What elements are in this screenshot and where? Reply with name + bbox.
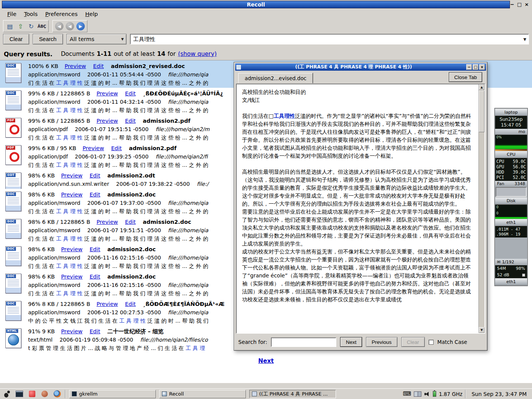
terminal-icon <box>16 391 23 397</box>
search-term-highlight: 工 具 理 性 <box>56 263 82 269</box>
workspace-pager-icon[interactable] <box>414 391 421 397</box>
result-date: 2006-01-11 05:54:44 -0500 <box>87 71 161 78</box>
search-button[interactable]: Search <box>33 34 63 44</box>
preview-link[interactable]: Preview <box>65 63 86 69</box>
next-page-icon[interactable]: ▶ <box>76 22 85 30</box>
close-tab-button[interactable]: Close Tab <box>449 72 482 82</box>
minimize-icon[interactable]: − <box>509 2 515 8</box>
prev-page-icon[interactable]: ◀ <box>66 22 74 30</box>
edit-link[interactable]: Edit <box>125 301 136 307</box>
scrollbar-thumb[interactable] <box>479 90 484 132</box>
query-details-icon[interactable]: ▤ <box>5 21 15 31</box>
text-segment: 泛 滥 的 时 ... 帮 助 我 们 理 清 这 些 纷 ... 之 外 的 <box>82 208 208 214</box>
history-icon[interactable]: ↻ <box>26 21 36 31</box>
preview-link[interactable]: Preview <box>61 246 82 252</box>
task-gkrellm[interactable]: gkrellm <box>69 390 156 398</box>
edit-link[interactable]: Edit <box>90 246 100 252</box>
edit-link[interactable]: Edit <box>90 192 100 198</box>
preview-link[interactable]: Preview <box>82 145 104 151</box>
gk-slider[interactable] <box>496 187 527 197</box>
search-term-highlight: 工 具 理 性 <box>56 236 82 242</box>
firefox-launcher[interactable] <box>52 390 62 399</box>
edit-link[interactable]: Edit <box>111 145 122 151</box>
maximize-icon[interactable]: □ <box>516 2 522 8</box>
text-segment: 我们生活在□ <box>242 113 274 119</box>
search-term-highlight: 工 具 理 性 <box>56 135 82 141</box>
close-icon[interactable]: × <box>524 2 530 8</box>
result-relevance-size: 99% 6 KB / 1228865 B <box>28 118 90 124</box>
menu-tools[interactable]: Tools <box>21 10 41 18</box>
preview-minimize-icon[interactable]: − <box>466 64 472 70</box>
edit-link[interactable]: Edit <box>125 219 136 225</box>
edit-link[interactable]: Edit <box>125 118 136 124</box>
preview-link[interactable]: Preview <box>61 328 82 334</box>
preview-link[interactable]: Preview <box>61 274 82 280</box>
gk-clock: Sun23Sep 15:47 05 <box>495 116 527 129</box>
preview-scrollbar[interactable]: ▲ ▼ <box>478 84 484 333</box>
gk-spacer <box>495 238 527 259</box>
preview-link[interactable]: Preview <box>61 192 82 198</box>
preview-link[interactable]: Preview <box>61 173 82 179</box>
preview-previous-button[interactable]: Previous <box>366 337 397 347</box>
search-query-input[interactable] <box>130 34 529 44</box>
gk-mute-button[interactable] <box>522 274 525 277</box>
first-page-icon[interactable]: ◀ <box>55 22 63 30</box>
menu-preferences[interactable]: Preferences <box>42 10 81 18</box>
search-history-dropdown-icon[interactable]: ▼ <box>523 37 526 41</box>
preview-next-button[interactable]: Next <box>340 337 362 347</box>
edit-link[interactable]: Edit <box>90 328 100 334</box>
preview-link[interactable]: Preview <box>97 301 118 307</box>
term-explorer-icon[interactable]: ÂBÇ <box>37 21 47 31</box>
window-title: Recoll <box>247 2 265 8</box>
gk-mem-percent: 98% <box>516 266 525 271</box>
preview-tab[interactable]: admission2...evised.doc <box>238 73 313 83</box>
edit-link[interactable]: Edit <box>90 274 100 280</box>
preview-maximize-icon[interactable]: □ <box>473 64 478 70</box>
clear-button[interactable]: Clear <box>3 34 29 44</box>
show-query-link[interactable]: (show query) <box>178 51 217 57</box>
task-recoll[interactable]: Recoll <box>159 390 246 398</box>
text-segment: 需要注意的是这些毕业后在社会上能成功发展的学生并不一定是在大学里学习成绩最好的学… <box>242 209 471 247</box>
match-case-checkbox[interactable] <box>429 340 434 345</box>
preview-title: ((工 PHRASE 4 具 PHRASE 4 理 PHRASE 4 性)) <box>241 64 466 70</box>
footprint-menu-icon[interactable] <box>2 390 11 399</box>
preview-titlebar[interactable]: ((工 PHRASE 4 具 PHRASE 4 理 PHRASE 4 性)) −… <box>235 63 486 71</box>
taskbar-separator <box>65 390 66 398</box>
menu-file[interactable]: File <box>4 10 20 18</box>
menu-help[interactable]: Help <box>82 10 101 18</box>
terminal-launcher[interactable] <box>15 390 24 399</box>
sort-icon[interactable]: ⇧ <box>16 21 25 31</box>
result-mimetype: application/msword <box>28 200 80 206</box>
next-results-link[interactable]: Next <box>258 358 274 364</box>
file-type-icon <box>5 145 21 165</box>
battery-icon[interactable] <box>433 391 436 397</box>
task-preview-window[interactable]: ((工 PHRASE 4 具 PHRASE ... <box>249 390 336 398</box>
scroll-down-icon[interactable]: ▼ <box>479 327 484 333</box>
gk-mail-row: ✉ 1/192 <box>495 259 527 265</box>
window-titlebar[interactable]: Recoll <box>2 1 510 8</box>
text-segment: 们 生 活 在 <box>28 107 56 113</box>
preview-link[interactable]: Preview <box>97 90 118 97</box>
text-segment: t 彩 票 管 理 生 活 图 片 ... 战 略 与 管 理 地 产 经 ..… <box>28 345 186 351</box>
scroll-up-icon[interactable]: ▲ <box>479 84 484 90</box>
preview-link[interactable]: Preview <box>97 118 118 124</box>
result-mimetype: application/msword <box>28 227 80 233</box>
keyboard-icon[interactable]: ⌨ <box>403 391 411 397</box>
edit-link[interactable]: Edit <box>93 63 104 69</box>
edit-link[interactable]: Edit <box>125 90 136 97</box>
search-mode-select[interactable]: All terms ▼ <box>66 34 127 44</box>
app-launcher-brown[interactable] <box>40 390 49 399</box>
preview-search-input[interactable] <box>271 337 336 347</box>
preview-link[interactable]: Preview <box>97 219 118 225</box>
toolbar-group-nav: ◀ ◀ ▶ <box>52 20 87 32</box>
edit-link[interactable]: Edit <box>90 173 100 179</box>
result-mimetype: application/pdf <box>28 126 68 132</box>
preview-content[interactable]: 高校招生的社会功能和目的文/钱江 我们生活在□工具理性泛滥的时代。作为“世之显学… <box>236 84 485 334</box>
preview-clear-button[interactable]: Clear <box>401 337 425 347</box>
gk-net-row: .011M - 47 <box>496 227 526 232</box>
speaker-icon[interactable] <box>424 391 430 397</box>
preview-window-controls: − □ × <box>466 64 485 70</box>
app-launcher-red[interactable] <box>27 390 36 399</box>
preview-close-icon[interactable]: × <box>479 64 485 70</box>
preview-window: ((工 PHRASE 4 具 PHRASE 4 理 PHRASE 4 性)) −… <box>234 62 488 351</box>
